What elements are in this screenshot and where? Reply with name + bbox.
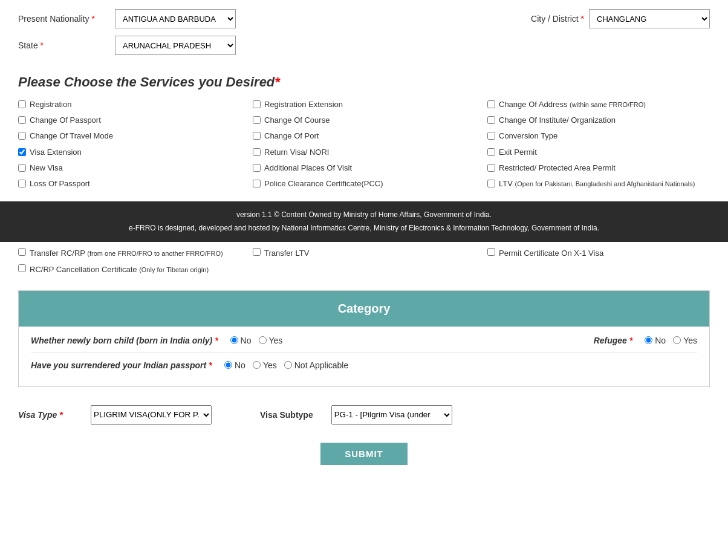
newly-born-yes-radio[interactable] bbox=[259, 336, 267, 344]
registration-checkbox[interactable] bbox=[18, 100, 26, 108]
refugee-no-radio[interactable] bbox=[645, 336, 652, 344]
extra-grid: Transfer RC/RP (from one FRRO/FRO to ano… bbox=[18, 248, 710, 275]
category-section: Category Whether newly born child (born … bbox=[18, 290, 710, 387]
surrendered-na-label[interactable]: Not Applicable bbox=[284, 360, 349, 370]
newly-born-radio-group: No Yes bbox=[230, 336, 283, 345]
list-item: Conversion Type bbox=[487, 131, 710, 142]
change-of-travel-mode-checkbox[interactable] bbox=[18, 132, 26, 140]
permit-certificate-x1-checkbox[interactable] bbox=[487, 248, 495, 256]
loss-of-passport-checkbox[interactable] bbox=[18, 180, 26, 187]
transfer-rc-rp-checkbox[interactable] bbox=[18, 248, 26, 256]
list-item: Loss Of Passport bbox=[18, 178, 241, 189]
city-district-select[interactable]: CHANGLANG ITANAGAR NAHARLAGUN bbox=[589, 9, 710, 28]
list-item: Registration Extension bbox=[253, 99, 475, 110]
city-district-label: City / District * bbox=[531, 14, 584, 24]
visa-extension-checkbox[interactable] bbox=[18, 148, 26, 156]
transfer-ltv-checkbox[interactable] bbox=[253, 248, 261, 256]
list-item: Exit Permit bbox=[487, 147, 710, 158]
newly-born-yes-label[interactable]: Yes bbox=[259, 336, 283, 345]
list-item: RC/RP Cancellation Certificate (Only for… bbox=[18, 264, 241, 275]
submit-button[interactable]: SUBMIT bbox=[320, 443, 408, 465]
surrendered-yes-label[interactable]: Yes bbox=[253, 360, 277, 370]
list-item: Police Clearance Certificate(PCC) bbox=[253, 178, 475, 189]
refugee-label: Refugee * bbox=[594, 336, 633, 345]
services-grid: Registration Registration Extension Chan… bbox=[18, 99, 710, 189]
newly-born-label: Whether newly born child (born in India … bbox=[31, 336, 218, 345]
exit-permit-checkbox[interactable] bbox=[487, 148, 495, 156]
surrendered-radio-group: No Yes Not Applicable bbox=[224, 360, 348, 370]
ltv-checkbox[interactable] bbox=[487, 180, 495, 187]
newly-born-no-radio[interactable] bbox=[230, 336, 238, 344]
visa-subtype-label: Visa Subtype bbox=[260, 410, 313, 420]
registration-extension-checkbox[interactable] bbox=[253, 100, 261, 108]
rc-rp-cancellation-checkbox[interactable] bbox=[18, 264, 26, 272]
footer-bar: version 1.1 © Content Owned by Ministry … bbox=[0, 201, 728, 242]
surrendered-no-label[interactable]: No bbox=[224, 360, 245, 370]
list-item: Return Visa/ NORI bbox=[253, 147, 475, 158]
surrendered-no-radio[interactable] bbox=[224, 361, 232, 369]
list-item: Transfer LTV bbox=[253, 248, 475, 259]
change-of-institute-checkbox[interactable] bbox=[487, 116, 495, 124]
list-item: Change Of Passport bbox=[18, 115, 241, 126]
visa-subtype-select[interactable]: PG-1 - [Pilgrim Visa (under PG-2 PG-3 bbox=[331, 405, 452, 425]
new-visa-checkbox[interactable] bbox=[18, 164, 26, 172]
visa-type-label: Visa Type * bbox=[18, 410, 79, 420]
surrendered-label: Have you surrendered your Indian passpor… bbox=[31, 360, 212, 370]
list-item: Registration bbox=[18, 99, 241, 110]
change-of-passport-checkbox[interactable] bbox=[18, 116, 26, 124]
services-section: Please Choose the Services you Desired* … bbox=[0, 68, 728, 201]
change-of-address-checkbox[interactable] bbox=[487, 100, 495, 108]
category-body: Whether newly born child (born in India … bbox=[19, 327, 709, 386]
visa-section: Visa Type * PLIGRIM VISA(ONLY FOR P. TOU… bbox=[0, 396, 728, 434]
footer-line1: version 1.1 © Content Owned by Ministry … bbox=[12, 209, 716, 222]
category-header: Category bbox=[19, 291, 709, 327]
nationality-row: Present Nationality * ANTIGUA AND BARBUD… bbox=[18, 9, 710, 28]
submit-row: SUBMIT bbox=[0, 434, 728, 474]
nationality-select[interactable]: ANTIGUA AND BARBUDA INDIA USA UK bbox=[115, 9, 236, 28]
list-item: LTV (Open for Pakistani, Bangladeshi and… bbox=[487, 178, 710, 189]
newly-born-row: Whether newly born child (born in India … bbox=[31, 336, 697, 345]
state-select[interactable]: ARUNACHAL PRADESH DELHI MAHARASHTRA KARN… bbox=[115, 36, 236, 55]
extra-services: Transfer RC/RP (from one FRRO/FRO to ano… bbox=[0, 242, 728, 284]
list-item: Change Of Travel Mode bbox=[18, 131, 241, 142]
refugee-yes-label[interactable]: Yes bbox=[673, 336, 697, 345]
pcc-checkbox[interactable] bbox=[253, 180, 261, 187]
surrendered-na-radio[interactable] bbox=[284, 361, 292, 369]
newly-born-no-label[interactable]: No bbox=[230, 336, 252, 345]
refugee-radio-group: No Yes bbox=[645, 336, 697, 345]
refugee-no-label[interactable]: No bbox=[645, 336, 666, 345]
visa-row: Visa Type * PLIGRIM VISA(ONLY FOR P. TOU… bbox=[18, 405, 710, 425]
category-divider bbox=[31, 353, 697, 353]
list-item: Additional Places Of Visit bbox=[253, 163, 475, 174]
list-item: Change Of Institute/ Organization bbox=[487, 115, 710, 126]
list-item: Change Of Port bbox=[253, 131, 475, 142]
restricted-area-permit-checkbox[interactable] bbox=[487, 164, 495, 172]
conversion-type-checkbox[interactable] bbox=[487, 132, 495, 140]
surrendered-yes-radio[interactable] bbox=[253, 361, 261, 369]
refugee-group: Refugee * No Yes bbox=[594, 336, 697, 345]
footer-line2: e-FRRO is designed, developed and hosted… bbox=[12, 222, 716, 235]
nationality-label: Present Nationality * bbox=[18, 14, 115, 24]
change-of-course-checkbox[interactable] bbox=[253, 116, 261, 124]
top-form: Present Nationality * ANTIGUA AND BARBUD… bbox=[0, 0, 728, 68]
surrendered-row: Have you surrendered your Indian passpor… bbox=[31, 360, 697, 370]
list-item: Change Of Course bbox=[253, 115, 475, 126]
list-item: Visa Extension bbox=[18, 147, 241, 158]
additional-places-checkbox[interactable] bbox=[253, 164, 261, 172]
list-item: Change Of Address (within same FRRO/FRO) bbox=[487, 99, 710, 110]
list-item: Transfer RC/RP (from one FRRO/FRO to ano… bbox=[18, 248, 241, 259]
list-item: New Visa bbox=[18, 163, 241, 174]
list-item: Restricted/ Protected Area Permit bbox=[487, 163, 710, 174]
refugee-yes-radio[interactable] bbox=[673, 336, 681, 344]
return-visa-nori-checkbox[interactable] bbox=[253, 148, 261, 156]
state-label: State * bbox=[18, 41, 115, 50]
visa-type-select[interactable]: PLIGRIM VISA(ONLY FOR P. TOURIST VISA BU… bbox=[91, 405, 212, 425]
list-item: Permit Certificate On X-1 Visa bbox=[487, 248, 710, 259]
change-of-port-checkbox[interactable] bbox=[253, 132, 261, 140]
services-title: Please Choose the Services you Desired* bbox=[18, 74, 710, 90]
state-row: State * ARUNACHAL PRADESH DELHI MAHARASH… bbox=[18, 36, 710, 55]
